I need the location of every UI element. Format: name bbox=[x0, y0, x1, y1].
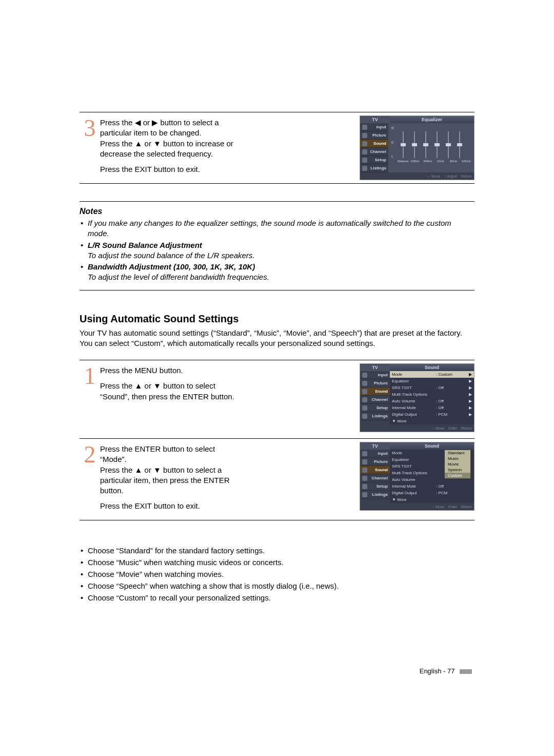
note-item: Bandwidth Adjustment (100, 300, 1K, 3K, … bbox=[80, 262, 474, 283]
footer-text: English - 77 bbox=[420, 667, 455, 675]
popup-item[interactable]: Music bbox=[445, 456, 470, 461]
popup-item[interactable]: Speech bbox=[445, 467, 470, 473]
osd-footer: ↕ Move Enter Return bbox=[360, 424, 474, 432]
osd-footer: ↔ Move ↕ Adjust Return bbox=[360, 172, 474, 180]
osd-side-picture[interactable]: Picture bbox=[360, 458, 390, 466]
step-number: 2 bbox=[80, 442, 100, 517]
osd-side-picture[interactable]: Picture bbox=[360, 131, 388, 140]
osd-side-listings[interactable]: Listings bbox=[360, 491, 390, 499]
up-arrow-icon: ▲ bbox=[135, 139, 143, 148]
t: Press the ENTER button to select “Mode”. bbox=[100, 444, 215, 463]
step-number: 1 bbox=[80, 363, 100, 432]
right-arrow-icon: ▶ bbox=[469, 379, 472, 383]
note-item: If you make any changes to the equalizer… bbox=[80, 218, 474, 239]
osd-side-input[interactable]: Input bbox=[360, 371, 390, 379]
osd-eq-main: R 0 L Balance bbox=[388, 123, 474, 172]
osd-side-sound[interactable]: Sound bbox=[360, 140, 388, 148]
osd-row-mode[interactable]: Mode: Custom▶ bbox=[390, 371, 474, 378]
t: or bbox=[142, 381, 153, 390]
osd-row-srs[interactable]: SRS TSXT: Off▶ bbox=[390, 384, 474, 391]
t: Enter bbox=[448, 505, 457, 509]
eq-label: 300Hz bbox=[423, 160, 432, 163]
osd-row-eq[interactable]: Equalizer▶ bbox=[390, 378, 474, 384]
right-arrow-icon: ▶ bbox=[469, 372, 472, 377]
mode-popup[interactable]: Standard Music Movie Speech Custom bbox=[444, 450, 471, 479]
t: Move bbox=[436, 505, 444, 509]
popup-item[interactable]: Standard bbox=[445, 450, 470, 456]
note-title: Bandwidth Adjustment (100, 300, 1K, 3K, … bbox=[88, 262, 255, 271]
right-arrow-icon: ▶ bbox=[469, 399, 472, 403]
osd-side-input[interactable]: Input bbox=[360, 450, 390, 458]
section-heading: Using Automatic Sound Settings bbox=[80, 313, 474, 325]
osd-row-do[interactable]: Digital Output: PCM bbox=[390, 490, 474, 496]
osd-side-sound[interactable]: Sound bbox=[360, 466, 390, 474]
osd-side-input[interactable]: Input bbox=[360, 123, 388, 131]
t: or bbox=[142, 139, 153, 148]
t: Move bbox=[431, 175, 440, 178]
step-number: 3 bbox=[80, 115, 100, 180]
t: Press the bbox=[100, 118, 135, 127]
osd-side-setup[interactable]: Setup bbox=[360, 156, 388, 164]
eq-label: 100Hz bbox=[410, 160, 420, 163]
right-arrow-icon: ▶ bbox=[469, 412, 472, 417]
eq-slider-1khz[interactable] bbox=[434, 131, 440, 158]
notes-block: Notes If you make any changes to the equ… bbox=[80, 201, 474, 290]
right-arrow-icon: ▶ bbox=[469, 385, 472, 390]
ud-icon: ↕ bbox=[433, 505, 435, 509]
footer-bar-icon bbox=[460, 669, 472, 674]
osd-row-mto[interactable]: Multi-Track Options▶ bbox=[390, 391, 474, 398]
eq-slider-3khz[interactable] bbox=[446, 131, 451, 158]
t: Press the bbox=[100, 381, 135, 390]
t: Move bbox=[436, 427, 444, 430]
eq-slider-100hz[interactable] bbox=[412, 131, 417, 158]
choice-item: Choose “Speech” when watching a show tha… bbox=[80, 581, 474, 590]
note-body: To adjust the level of different bandwid… bbox=[88, 273, 269, 281]
osd-side-setup[interactable]: Setup bbox=[360, 404, 390, 412]
osd-row-more[interactable]: ▼ More bbox=[390, 418, 474, 424]
osd-row-av[interactable]: Auto Volume: Off▶ bbox=[390, 398, 474, 404]
t: Return bbox=[461, 427, 472, 430]
osd-side-picture[interactable]: Picture bbox=[360, 379, 390, 387]
t: or bbox=[141, 118, 152, 127]
t: or bbox=[142, 466, 153, 474]
step-text: Press the MENU button. Press the ▲ or ▼ … bbox=[100, 363, 239, 432]
eq-slider-10khz[interactable] bbox=[457, 131, 462, 158]
eq-slider-balance[interactable] bbox=[401, 131, 406, 158]
osd-row-do[interactable]: Digital Output: PCM▶ bbox=[390, 411, 474, 418]
osd-row-more[interactable]: ▼ More bbox=[390, 496, 474, 503]
osd-side-channel[interactable]: Channel bbox=[360, 148, 388, 156]
eq-slider-300hz[interactable] bbox=[423, 131, 428, 158]
step-2-row: 2 Press the ENTER button to select “Mode… bbox=[80, 438, 474, 520]
eq-label: 3KHz bbox=[449, 160, 458, 163]
choice-item: Choose “Movie” when watching movies. bbox=[80, 570, 474, 578]
osd-main: Mode: Custom▶ Equalizer▶ SRS TSXT: Off▶ … bbox=[390, 371, 474, 424]
left-arrow-icon: ◀ bbox=[135, 118, 141, 127]
osd-side-listings[interactable]: Listings bbox=[360, 412, 390, 420]
choices-list: Choose “Standard” for the standard facto… bbox=[80, 546, 474, 602]
t: Press the EXIT button to exit. bbox=[100, 501, 239, 511]
osd-row-im[interactable]: Internal Mute: Off▶ bbox=[390, 404, 474, 411]
osd-sidebar: Input Picture Sound Channel Setup Listin… bbox=[360, 450, 390, 503]
step-1-row: 1 Press the MENU button. Press the ▲ or … bbox=[80, 360, 474, 432]
eq-axis-r: R bbox=[391, 126, 394, 130]
osd-row-im[interactable]: Internal Mute: Off bbox=[390, 483, 474, 490]
down-arrow-icon: ▼ bbox=[153, 139, 161, 148]
up-arrow-icon: ▲ bbox=[135, 381, 143, 390]
eq-label: 10KHz bbox=[462, 160, 471, 163]
osd-title-tv: TV bbox=[360, 364, 390, 371]
osd-side-channel[interactable]: Channel bbox=[360, 396, 390, 404]
step-text: Press the ENTER button to select “Mode”.… bbox=[100, 442, 239, 517]
right-arrow-icon: ▶ bbox=[152, 118, 158, 127]
osd-side-sound[interactable]: Sound bbox=[360, 387, 390, 396]
eq-label: Balance bbox=[398, 160, 407, 163]
up-arrow-icon: ▲ bbox=[135, 466, 143, 474]
ud-icon: ↕ bbox=[444, 175, 446, 178]
popup-item[interactable]: Movie bbox=[445, 461, 470, 467]
osd-side-listings[interactable]: Listings bbox=[360, 164, 388, 172]
osd-side-channel[interactable]: Channel bbox=[360, 474, 390, 482]
t: Press the bbox=[100, 466, 135, 474]
popup-item-selected[interactable]: Custom bbox=[445, 473, 470, 478]
note-body: To adjust the sound balance of the L/R s… bbox=[88, 251, 255, 260]
osd-side-setup[interactable]: Setup bbox=[360, 482, 390, 491]
osd-title-tv: TV bbox=[360, 442, 390, 450]
